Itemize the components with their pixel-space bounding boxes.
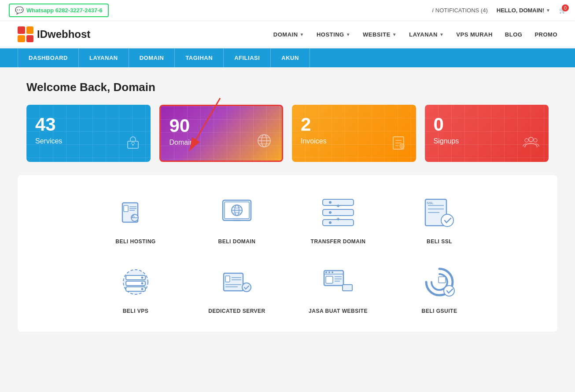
- nav-blog[interactable]: BLOG: [505, 31, 523, 38]
- services-section: BELI HOSTING BELI DOMAIN: [18, 175, 557, 332]
- notifications-label: NOTIFICATIONS (4): [435, 7, 488, 14]
- nav-vps[interactable]: VPS MURAH: [456, 31, 493, 38]
- chevron-down-icon: ▼: [439, 32, 444, 37]
- svg-point-16: [525, 139, 528, 142]
- website-icon: [318, 262, 358, 302]
- svg-point-35: [329, 211, 332, 214]
- stat-card-services[interactable]: 43 Services: [26, 105, 151, 162]
- chevron-down-icon: ▼: [300, 32, 304, 37]
- user-greeting: HELLO, DOMAIN!: [497, 7, 544, 14]
- signups-icon: [522, 133, 540, 155]
- nav-website[interactable]: WEBSITE ▼: [363, 31, 397, 38]
- ssl-icon: SSL: [420, 193, 459, 232]
- service-hosting[interactable]: BELI HOSTING: [89, 193, 182, 245]
- hosting-icon: [116, 193, 155, 232]
- service-website[interactable]: JASA BUAT WEBSITE: [292, 262, 384, 314]
- vps-label: BELI VPS: [123, 308, 149, 314]
- nav-layanan[interactable]: LAYANAN: [79, 48, 129, 67]
- svg-rect-19: [124, 205, 128, 212]
- vps-icon: [116, 262, 155, 302]
- dedicated-icon: [217, 262, 257, 302]
- svg-rect-62: [326, 276, 333, 283]
- chevron-down-icon: ▼: [392, 32, 397, 37]
- main-nav: IDwebhost DOMAIN ▼ HOSTING ▼ WEBSITE ▼ L…: [0, 21, 575, 48]
- top-bar: 💬 Whatsapp 6282-3227-2437-6 i NOTIFICATI…: [0, 0, 575, 21]
- service-dedicated[interactable]: DEDICATED SERVER: [191, 262, 283, 314]
- cart-button[interactable]: 🛒 0: [559, 7, 566, 14]
- website-label: JASA BUAT WEBSITE: [309, 308, 368, 314]
- svg-rect-51: [225, 276, 230, 282]
- stat-card-domains[interactable]: 90 Domains: [159, 105, 284, 162]
- nav-tagihan[interactable]: TAGIHAN: [175, 48, 224, 67]
- logo-text: IDwebhost: [37, 28, 90, 40]
- nav-links: DOMAIN ▼ HOSTING ▼ WEBSITE ▼ LAYANAN ▼ V…: [273, 31, 557, 38]
- svg-point-42: [441, 214, 453, 227]
- logo-squares: [18, 26, 33, 42]
- svg-point-56: [242, 283, 251, 292]
- nav-hosting[interactable]: HOSTING ▼: [317, 31, 350, 38]
- gsuite-icon: [420, 262, 459, 302]
- dedicated-label: DEDICATED SERVER: [208, 308, 265, 314]
- stat-card-signups[interactable]: 0 Signups: [425, 105, 549, 162]
- svg-point-49: [141, 288, 144, 290]
- ssl-label: BELI SSL: [427, 238, 452, 245]
- svg-point-34: [329, 201, 332, 204]
- notifications-link[interactable]: i NOTIFICATIONS (4): [432, 7, 488, 14]
- services-icon: [124, 133, 142, 155]
- invoices-icon: $: [390, 133, 407, 155]
- svg-rect-66: [343, 285, 352, 291]
- svg-point-59: [325, 271, 327, 273]
- transfer-icon: [318, 193, 358, 232]
- nav-promo[interactable]: PROMO: [534, 31, 557, 38]
- nav-domain[interactable]: DOMAIN: [129, 48, 175, 67]
- svg-point-15: [529, 137, 533, 142]
- services-count: 43: [35, 115, 142, 134]
- service-transfer[interactable]: TRANSFER DOMAIN: [292, 193, 384, 245]
- main-content: Welcome Back, Domain 43 Services: [0, 67, 575, 345]
- hosting-label: BELI HOSTING: [115, 238, 155, 245]
- svg-point-3: [132, 144, 134, 146]
- user-dropdown-arrow: ▼: [546, 8, 550, 13]
- svg-point-17: [534, 139, 537, 142]
- svg-point-48: [141, 282, 144, 285]
- svg-rect-32: [323, 209, 354, 216]
- stat-card-invoices[interactable]: 2 Invoices $: [292, 105, 416, 162]
- logo-sq1: [18, 26, 25, 34]
- info-icon: i: [432, 7, 434, 14]
- domain-icon: [217, 193, 257, 232]
- blue-nav: DASHBOARD LAYANAN DOMAIN TAGIHAN AFILIAS…: [0, 48, 575, 67]
- signups-count: 0: [434, 115, 540, 134]
- logo[interactable]: IDwebhost: [18, 26, 90, 42]
- svg-point-69: [444, 286, 454, 296]
- service-gsuite[interactable]: BELI GSUITE: [393, 262, 486, 314]
- svg-point-60: [328, 271, 330, 273]
- svg-rect-68: [439, 277, 446, 283]
- user-menu[interactable]: HELLO, DOMAIN! ▼: [497, 7, 550, 14]
- chevron-down-icon: ▼: [346, 32, 350, 37]
- nav-domain[interactable]: DOMAIN ▼: [273, 31, 304, 38]
- service-ssl[interactable]: SSL BELI SSL: [393, 193, 486, 245]
- logo-sq3: [18, 35, 25, 43]
- domains-icon: [255, 132, 273, 154]
- whatsapp-label: Whatsapp 6282-3227-2437-6: [26, 7, 103, 14]
- nav-layanan[interactable]: LAYANAN ▼: [409, 31, 444, 38]
- stats-row: 43 Services 90 Domains: [26, 105, 549, 162]
- logo-sq2: [26, 26, 34, 34]
- nav-dashboard[interactable]: DASHBOARD: [18, 48, 79, 67]
- svg-point-47: [141, 277, 144, 279]
- welcome-title: Welcome Back, Domain: [26, 81, 549, 94]
- cart-badge: 0: [562, 4, 569, 11]
- service-domain[interactable]: BELI DOMAIN: [191, 193, 283, 245]
- whatsapp-icon: 💬: [15, 6, 24, 15]
- whatsapp-button[interactable]: 💬 Whatsapp 6282-3227-2437-6: [9, 4, 109, 17]
- nav-afiliasi[interactable]: AFILIASI: [224, 48, 271, 67]
- service-vps[interactable]: BELI VPS: [89, 262, 182, 314]
- logo-sq4: [26, 35, 34, 43]
- svg-text:SSL: SSL: [427, 201, 434, 205]
- transfer-label: TRANSFER DOMAIN: [311, 238, 366, 245]
- top-right-controls: i NOTIFICATIONS (4) HELLO, DOMAIN! ▼ 🛒 0: [432, 7, 566, 14]
- nav-akun[interactable]: AKUN: [271, 48, 310, 67]
- services-grid: BELI HOSTING BELI DOMAIN: [89, 193, 486, 314]
- domain-label: BELI DOMAIN: [218, 238, 256, 245]
- invoices-count: 2: [301, 115, 407, 134]
